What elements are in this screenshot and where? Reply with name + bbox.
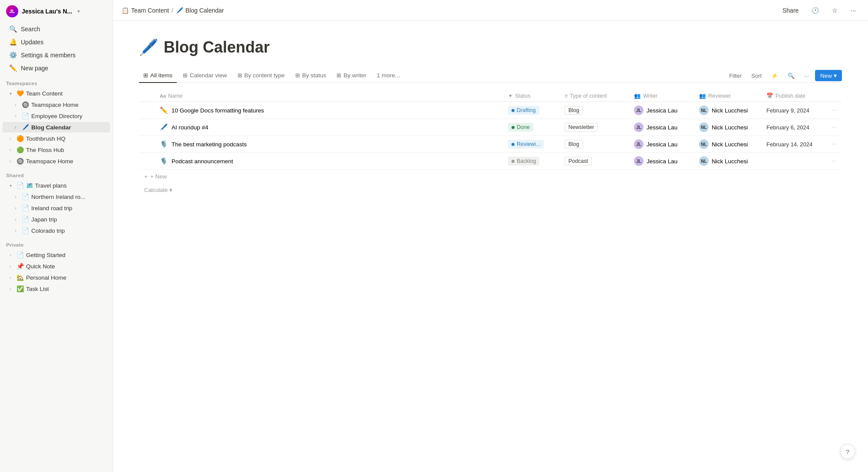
cell-status[interactable]: Backlog: [503, 153, 559, 170]
chevron-icon: ›: [7, 148, 14, 152]
chevron-icon: ›: [12, 228, 19, 233]
type-col-icon: ≡: [564, 93, 568, 99]
more-actions-icon[interactable]: ···: [847, 5, 859, 16]
writer-name: Jessica Lau: [647, 141, 677, 148]
cell-type[interactable]: Blog: [559, 136, 629, 153]
cell-name[interactable]: 🎙️ Podcast announcement: [155, 153, 503, 170]
cell-reviewer[interactable]: NL Nick Lucchesi: [694, 136, 761, 153]
reviewer-avatar: NL: [699, 122, 709, 132]
settings-icon: ⚙️: [9, 51, 17, 59]
sidebar-item-getting-started[interactable]: › 📄 Getting Started: [3, 250, 110, 260]
add-row-button[interactable]: + + New: [139, 170, 842, 183]
cell-writer[interactable]: JL Jessica Lau: [629, 136, 694, 153]
sidebar-item-settings[interactable]: ⚙️ Settings & members: [3, 49, 110, 61]
col-publish-date: 📅 Publish date: [761, 90, 826, 102]
lightning-icon[interactable]: ⚡: [768, 71, 782, 81]
map-icon: 📄: [16, 182, 24, 189]
more-icon[interactable]: ···: [801, 71, 812, 81]
sort-button[interactable]: Sort: [748, 71, 765, 81]
writer-icon: ⊞: [337, 72, 341, 79]
history-icon[interactable]: 🕐: [808, 5, 822, 16]
filter-button[interactable]: Filter: [726, 71, 745, 81]
sidebar-item-task-list[interactable]: › ✅ Task List: [3, 284, 110, 294]
status-dot: [512, 160, 515, 163]
cell-name[interactable]: ✏️ 10 Google Docs formatting features: [155, 102, 503, 119]
cell-status[interactable]: Done: [503, 119, 559, 136]
tab-all-items[interactable]: ⊞ All items: [139, 69, 177, 83]
tab-by-content-type[interactable]: ⊞ By content type: [233, 69, 289, 83]
table-row[interactable]: ✏️ 10 Google Docs formatting features Dr…: [139, 102, 842, 119]
tab-more[interactable]: 1 more...: [373, 69, 404, 83]
cell-reviewer[interactable]: NL Nick Lucchesi: [694, 119, 761, 136]
toothbrush-icon: 🟠: [16, 135, 24, 142]
row-action-icon[interactable]: ⋯: [826, 136, 842, 153]
table-row[interactable]: 🎙️ The best marketing podcasts Reviewi..…: [139, 136, 842, 153]
sidebar-item-teamspace-home-2[interactable]: › 🔘 Teamspace Home: [3, 156, 110, 166]
row-action-icon[interactable]: ⋯: [826, 102, 842, 119]
sidebar-item-search[interactable]: 🔍 Search: [3, 23, 110, 35]
calculate-button[interactable]: Calculate ▾: [139, 183, 842, 197]
cell-reviewer[interactable]: NL Nick Lucchesi: [694, 102, 761, 119]
japan-icon: 📄: [21, 216, 30, 223]
sidebar-item-updates[interactable]: 🔔 Updates: [3, 36, 110, 48]
check-icon: ✅: [16, 285, 24, 292]
breadcrumb-blog-calendar[interactable]: 🖊️ Blog Calendar: [176, 7, 224, 14]
help-button[interactable]: ?: [840, 444, 855, 459]
tab-calendar-view[interactable]: ⊞ Calendar view: [178, 69, 231, 83]
sidebar-item-japan-trip[interactable]: › 📄 Japan trip: [3, 214, 110, 224]
sidebar-item-personal-home[interactable]: › 🏡 Personal Home: [3, 272, 110, 283]
calculate-label: Calculate: [144, 187, 168, 193]
tab-by-status[interactable]: ⊞ By status: [291, 69, 331, 83]
sidebar-item-blog-calendar[interactable]: › 🖊️ Blog Calendar: [3, 122, 110, 132]
col-checkbox: [139, 90, 155, 102]
cell-writer[interactable]: JL Jessica Lau: [629, 153, 694, 170]
table-row[interactable]: 🖊️ AI roundup #4 Done Newsletter JL Jess…: [139, 119, 842, 136]
sidebar-item-colorado-trip[interactable]: › 📄 Colorado trip: [3, 225, 110, 236]
sidebar-item-employee-directory[interactable]: › 📄 Employee Directory: [3, 111, 110, 121]
sidebar-item-label: Employee Directory: [31, 113, 83, 119]
col-reviewer: 👥 Reviewer: [694, 90, 761, 102]
row-action-icon[interactable]: ⋯: [826, 119, 842, 136]
reviewer-name: Nick Lucchesi: [712, 107, 748, 114]
sidebar-item-ireland-road-trip[interactable]: › 📄 Ireland road trip: [3, 203, 110, 213]
sidebar-item-teamspace-home[interactable]: › 🔘 Teamspace Home: [3, 99, 110, 110]
row-action-icon[interactable]: ⋯: [826, 153, 842, 170]
team-content-icon: 🧡: [16, 90, 24, 97]
sidebar-item-label: Search: [21, 26, 40, 33]
sidebar-item-team-content[interactable]: ▾ 🧡 Team Content: [3, 88, 110, 99]
sidebar-item-toothbrush-hq[interactable]: › 🟠 Toothbrush HQ: [3, 133, 110, 144]
cell-writer[interactable]: JL Jessica Lau: [629, 102, 694, 119]
page-emoji: 🖊️: [139, 38, 158, 56]
sidebar-item-label: Japan trip: [31, 216, 57, 223]
cell-publish-date: February 14, 2024: [761, 136, 826, 153]
cell-status[interactable]: Drafting: [503, 102, 559, 119]
user-menu[interactable]: JL Jessica Lau's N... ▾: [0, 0, 112, 23]
sidebar-item-floss-hub[interactable]: › 🟢 The Floss Hub: [3, 145, 110, 155]
search-icon[interactable]: 🔍: [784, 71, 798, 81]
cell-reviewer[interactable]: NL Nick Lucchesi: [694, 153, 761, 170]
breadcrumb-team-content[interactable]: 📋 Team Content: [122, 7, 169, 14]
cell-type[interactable]: Podcast: [559, 153, 629, 170]
cell-type[interactable]: Blog: [559, 102, 629, 119]
cell-name[interactable]: 🎙️ The best marketing podcasts: [155, 136, 503, 153]
chevron-icon: ›: [7, 136, 14, 141]
cell-status[interactable]: Reviewi...: [503, 136, 559, 153]
cell-name[interactable]: 🖊️ AI roundup #4: [155, 119, 503, 136]
new-button[interactable]: New ▾: [815, 70, 842, 81]
cell-type[interactable]: Newsletter: [559, 119, 629, 136]
sidebar-item-label: Blog Calendar: [31, 124, 71, 131]
cell-writer[interactable]: JL Jessica Lau: [629, 119, 694, 136]
table-row[interactable]: 🎙️ Podcast announcement Backlog Podcast …: [139, 153, 842, 170]
view-tabs: ⊞ All items ⊞ Calendar view ⊞ By content…: [139, 69, 842, 83]
tabs-actions: Filter Sort ⚡ 🔍 ··· New ▾: [726, 70, 842, 81]
sidebar-item-northern-ireland[interactable]: › 📄 Northern Ireland ro...: [3, 191, 110, 202]
sidebar-item-label: Northern Ireland ro...: [31, 194, 86, 200]
sidebar-item-travel-plans[interactable]: ▾ 📄 🗺️ Travel plans: [3, 180, 110, 191]
share-button[interactable]: Share: [779, 5, 802, 16]
tab-by-writer[interactable]: ⊞ By writer: [332, 69, 371, 83]
star-icon[interactable]: ☆: [828, 5, 841, 16]
floss-icon: 🟢: [16, 146, 24, 153]
reviewer-name: Nick Lucchesi: [712, 124, 748, 131]
sidebar-item-new-page[interactable]: ✏️ New page: [3, 62, 110, 74]
sidebar-item-quick-note[interactable]: › 📌 Quick Note: [3, 261, 110, 271]
